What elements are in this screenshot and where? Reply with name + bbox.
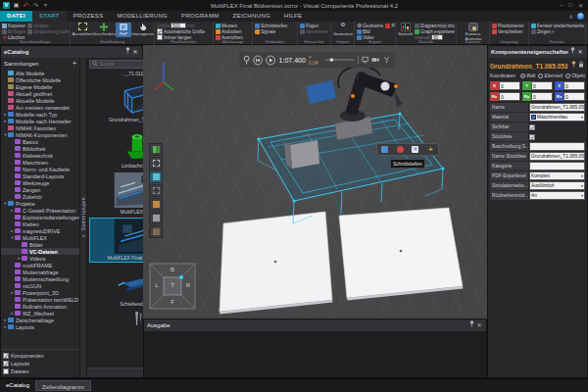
status-tab-ecatalog[interactable]: eCatalog	[0, 379, 35, 392]
export-pdf-button[interactable]: PDF	[385, 23, 396, 28]
tree-item[interactable]: Öffentliche Modelle	[1, 76, 79, 83]
tree-item[interactable]: Basics	[1, 138, 79, 145]
view-top-face[interactable]: T	[169, 282, 176, 288]
redo-icon[interactable]: ↷	[32, 2, 39, 9]
import-geometry-button[interactable]: Geometrie	[333, 23, 353, 37]
tree-item[interactable]: Zangen	[1, 186, 79, 193]
tree-item[interactable]: ▾Projekte	[1, 200, 79, 207]
tree-item[interactable]: ntcGUN	[1, 282, 79, 289]
tree-item[interactable]: Standard-Layouts	[1, 172, 79, 179]
signals-tool-icon[interactable]	[427, 146, 434, 153]
pin-icon[interactable]	[569, 60, 577, 72]
interact-button[interactable]: Interagieren	[133, 23, 153, 37]
signals-button[interactable]: Signale	[255, 28, 296, 34]
tree-item[interactable]: ▸C-Gestell Präsentation	[1, 207, 79, 214]
tree-item[interactable]: Zubehör	[1, 193, 79, 200]
status-tab-zellendiagramm[interactable]: Zellendiagramm	[35, 380, 91, 391]
axis-value-input[interactable]: 0	[499, 92, 520, 101]
property-input[interactable]	[529, 142, 585, 151]
wireframe-mode-button[interactable]	[149, 225, 163, 238]
tree-item[interactable]: ▸Modelle nach Typ	[1, 111, 79, 118]
tree-item[interactable]: ▾NIMAK-Komponenten	[1, 131, 79, 138]
property-select[interactable]: Komplett▾	[529, 172, 585, 180]
select-button[interactable]: Auswählen	[73, 23, 92, 37]
lasso-select-button[interactable]	[149, 184, 163, 197]
tree-item[interactable]: ▸Videos	[1, 255, 79, 262]
tree-item[interactable]: Alle Modelle	[1, 70, 79, 76]
ribbon-tab-start[interactable]: START	[32, 11, 67, 22]
tree-item[interactable]: Mutternabfrage	[1, 269, 79, 275]
tree-item[interactable]: Rollnaht Animation	[1, 303, 79, 310]
tree-item[interactable]: VC-Dateien	[1, 248, 79, 255]
ribbon-tab-datei[interactable]: DATEI	[0, 11, 32, 22]
lock-icon[interactable]	[577, 60, 585, 72]
tree-item[interactable]: ▸Zwischenablage	[1, 317, 79, 323]
selection-mode-all-button[interactable]	[149, 143, 163, 156]
tree-item[interactable]: Explosionsdarstellungen	[1, 214, 79, 220]
property-input[interactable]: Grundrahmen_T1.065.053	[529, 152, 585, 161]
property-input[interactable]	[529, 162, 585, 171]
detach-button[interactable]: Abnehmen	[300, 28, 329, 34]
pin-icon[interactable]	[467, 319, 475, 331]
filter-checkbox-dateien[interactable]: Dateien	[3, 368, 77, 374]
tree-item[interactable]: ▸Layouts	[1, 323, 79, 330]
save-icon[interactable]: ▣	[13, 2, 20, 9]
play-icon[interactable]	[266, 55, 275, 66]
view-front-face[interactable]: F	[169, 299, 176, 305]
show-button[interactable]: Zeigen▾	[531, 28, 584, 34]
axis-value-input[interactable]: 0	[531, 92, 553, 101]
screen-icon[interactable]	[362, 56, 368, 64]
origin-move-button[interactable]: Verschieben	[492, 28, 527, 34]
view-cube[interactable]: B L T R F	[149, 263, 196, 310]
add-collection-button[interactable]: +	[73, 59, 77, 69]
collapse-ribbon-icon[interactable]: ∧	[569, 13, 573, 20]
property-select[interactable]: An▾	[529, 191, 585, 200]
close-icon[interactable]: ✕	[576, 46, 584, 58]
tree-item[interactable]: Werkzeuge	[1, 179, 79, 186]
qat-dropdown-icon[interactable]: ▾	[42, 2, 49, 9]
ribbon-tab-modellierung[interactable]: MODELLIERUNG	[110, 11, 174, 22]
ungroup-button[interactable]: Gruppierung aufheben	[27, 28, 71, 34]
copy-component-icon[interactable]	[381, 146, 388, 153]
view-back-face[interactable]: B	[169, 267, 176, 272]
axis-value-input[interactable]: 0	[499, 81, 520, 90]
interfaces-tool-icon[interactable]	[412, 146, 418, 153]
tree-item[interactable]: Eigene Modelle	[1, 83, 79, 90]
axis-value-input[interactable]: 0	[564, 92, 585, 101]
maximize-button[interactable]: □	[568, 2, 572, 9]
coord-mode-radio-objekt[interactable]: Objekt	[565, 74, 585, 78]
tree-item[interactable]: Am meisten verwendet	[1, 104, 79, 111]
record-icon[interactable]	[243, 55, 250, 66]
statistics-button[interactable]: Statistik	[398, 23, 413, 40]
freeform-select-button[interactable]	[149, 171, 163, 183]
shading-mode-button[interactable]	[149, 212, 163, 224]
property-select[interactable]: Maschinenbau▾	[529, 113, 585, 122]
property-checkbox[interactable]	[529, 134, 535, 140]
ribbon-tab-programm[interactable]: PROGRAMM	[174, 11, 225, 22]
tree-item[interactable]: ▸Powerpoint_3D	[1, 289, 79, 296]
sheet-part-left[interactable]	[220, 212, 333, 315]
reset-icon[interactable]	[253, 55, 263, 66]
tree-item[interactable]: Maschinen	[1, 159, 79, 166]
speed-slider[interactable]	[324, 55, 355, 65]
coord-mode-radio-welt[interactable]: Welt	[520, 74, 536, 78]
tree-item[interactable]: ▸Modelle nach Hersteller	[1, 118, 79, 124]
delete-component-icon[interactable]	[397, 146, 404, 153]
sheet-part-right[interactable]	[339, 208, 464, 301]
close-button[interactable]: ✕	[578, 2, 583, 9]
render-mode-button[interactable]	[149, 198, 163, 211]
signal-tree-icon[interactable]	[383, 56, 390, 64]
view-left-face[interactable]: L	[153, 282, 161, 288]
tree-item[interactable]: NIMAK Favoriten	[1, 124, 79, 131]
pin-icon[interactable]	[568, 46, 576, 58]
output-log[interactable]	[144, 331, 486, 377]
tree-item[interactable]: ▸magneticDRIVE	[1, 227, 79, 234]
view-right-face[interactable]: R	[184, 282, 192, 288]
rectangle-select-button[interactable]	[149, 157, 163, 170]
camera-icon[interactable]	[371, 56, 379, 64]
tree-item[interactable]: Bilder	[1, 241, 79, 248]
tree-item[interactable]: ▾MultiFLEX	[1, 234, 79, 241]
3d-viewport[interactable]: 1:07.400 × 0.04	[143, 45, 487, 318]
ribbon-tab-zeichnung[interactable]: ZEICHNUNG	[225, 11, 276, 22]
close-icon[interactable]: ✕	[475, 319, 483, 331]
